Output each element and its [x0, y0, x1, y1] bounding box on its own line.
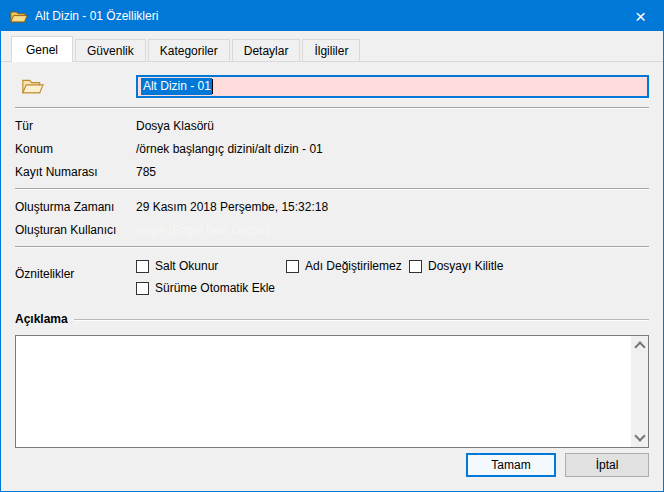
tab-ilgililer[interactable]: İlgililer — [302, 39, 360, 61]
info-row-created-by: Oluşturan Kullanıcı engin [Engin İlker D… — [15, 218, 649, 241]
name-input-selected-text: Alt Dizin - 01 — [141, 78, 212, 95]
tab-genel[interactable]: Genel — [11, 36, 73, 62]
window-title: Alt Dizin - 01 Özellikleri — [35, 9, 618, 23]
checkbox-auto-versioning[interactable]: Sürüme Otomatik Ekle — [136, 281, 275, 295]
checkbox-label: Adı Değiştirilemez — [305, 259, 402, 273]
info-row-type: Tür Dosya Klasörü — [15, 114, 649, 137]
tab-label: Kategoriler — [160, 44, 218, 58]
checkbox-icon[interactable] — [286, 260, 299, 273]
checkbox-lock-file[interactable]: Dosyayı Kilitle — [409, 259, 503, 273]
info-row-location: Konum /örnek başlangıç dizini/alt dizin … — [15, 137, 649, 160]
tab-label: Güvenlik — [87, 44, 134, 58]
separator — [15, 246, 649, 248]
field-value: 785 — [136, 165, 649, 179]
groupbox-header: Açıklama — [15, 312, 649, 326]
field-label: Öznitelikler — [15, 255, 136, 299]
tab-label: Detaylar — [244, 44, 289, 58]
folder-open-icon — [10, 9, 28, 24]
tab-kategoriler[interactable]: Kategoriler — [148, 39, 230, 61]
field-label: Kayıt Numarası — [15, 165, 136, 179]
description-groupbox: Açıklama — [15, 312, 649, 448]
separator — [15, 107, 649, 109]
cancel-button[interactable]: İptal — [565, 453, 649, 477]
info-row-record-number: Kayıt Numarası 785 — [15, 160, 649, 183]
vertical-scrollbar[interactable] — [631, 336, 648, 447]
field-label: Oluşturma Zamanı — [15, 200, 136, 214]
field-value: engin [Engin İlker Doğan] — [136, 223, 649, 237]
chevron-up-icon[interactable] — [634, 341, 645, 352]
checkbox-icon[interactable] — [136, 260, 149, 273]
name-input[interactable]: Alt Dizin - 01 — [136, 75, 649, 98]
info-block-2: Oluşturma Zamanı 29 Kasım 2018 Perşembe,… — [15, 195, 649, 241]
checkbox-label: Dosyayı Kilitle — [428, 259, 503, 273]
chevron-down-icon[interactable] — [634, 430, 645, 441]
checkbox-read-only[interactable]: Salt Okunur — [136, 259, 286, 273]
folder-open-icon — [21, 77, 45, 95]
name-row: Alt Dizin - 01 — [15, 74, 649, 98]
attributes-checkboxes: Salt Okunur Adı Değiştirilemez Dosyayı K… — [136, 255, 649, 299]
checkbox-icon[interactable] — [136, 282, 149, 295]
separator — [15, 188, 649, 190]
field-label: Konum — [15, 142, 136, 156]
checkbox-icon[interactable] — [409, 260, 422, 273]
checkbox-no-rename[interactable]: Adı Değiştirilemez — [286, 259, 409, 273]
ok-button-label: Tamam — [491, 458, 530, 472]
titlebar[interactable]: Alt Dizin - 01 Özellikleri × — [1, 1, 663, 31]
groupbox-line — [74, 319, 649, 321]
dialog-footer: Tamam İptal — [466, 453, 649, 477]
field-label: Tür — [15, 119, 136, 133]
field-value: 29 Kasım 2018 Perşembe, 15:32:18 — [136, 200, 649, 214]
close-icon: × — [635, 7, 646, 26]
close-button[interactable]: × — [618, 1, 663, 31]
tab-guvenlik[interactable]: Güvenlik — [75, 39, 146, 61]
info-row-created-time: Oluşturma Zamanı 29 Kasım 2018 Perşembe,… — [15, 195, 649, 218]
field-value: /örnek başlangıç dizini/alt dizin - 01 — [136, 142, 649, 156]
cancel-button-label: İptal — [596, 458, 619, 472]
checkbox-line: Salt Okunur Adı Değiştirilemez Dosyayı K… — [136, 255, 649, 277]
attributes-row: Öznitelikler Salt Okunur Adı Değiştirile… — [15, 255, 649, 299]
properties-dialog: Alt Dizin - 01 Özellikleri × Genel Güven… — [0, 0, 664, 492]
ok-button[interactable]: Tamam — [466, 453, 556, 477]
info-block-1: Tür Dosya Klasörü Konum /örnek başlangıç… — [15, 114, 649, 183]
description-box — [15, 335, 649, 448]
checkbox-line: Sürüme Otomatik Ekle — [136, 277, 649, 299]
field-value: Dosya Klasörü — [136, 119, 649, 133]
checkbox-label: Salt Okunur — [155, 259, 218, 273]
description-textarea[interactable] — [16, 336, 631, 447]
tab-page-general: Alt Dizin - 01 Tür Dosya Klasörü Konum /… — [1, 74, 663, 448]
groupbox-label: Açıklama — [15, 312, 74, 326]
tab-detaylar[interactable]: Detaylar — [232, 39, 301, 61]
checkbox-label: Sürüme Otomatik Ekle — [155, 281, 275, 295]
tab-label: Genel — [26, 43, 58, 57]
field-label: Oluşturan Kullanıcı — [15, 223, 136, 237]
tab-label: İlgililer — [314, 44, 348, 58]
tab-strip: Genel Güvenlik Kategoriler Detaylar İlgi… — [1, 31, 663, 62]
text-caret — [212, 79, 213, 94]
